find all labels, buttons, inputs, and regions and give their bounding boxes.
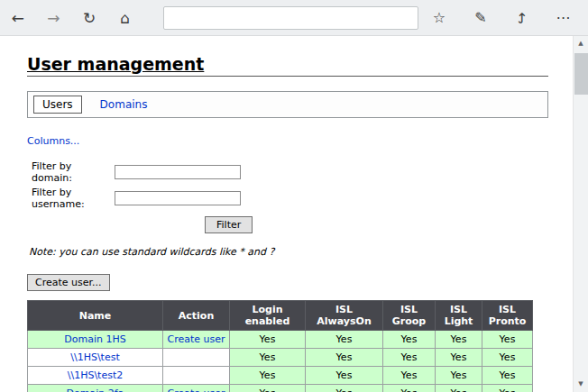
value-cell: Yes [482,349,533,367]
value-cell: Yes [436,331,482,349]
filter-button[interactable]: Filter [205,216,253,233]
action-cell [163,349,230,367]
table-row: Domain 2faCreate userYesYesYesYesYes [28,385,533,392]
create-user-link[interactable]: Create user [167,387,225,392]
table-row: \\1HS\test2YesYesYesYesYes [28,367,533,385]
user-link[interactable]: \\1HS\test2 [68,369,124,381]
filter-username-row: Filter by username: [27,187,548,210]
browser-toolbar: ← → ↻ ⌂ ☆ ✎ ↪ ⋯ [0,0,588,36]
value-cell: Yes [482,385,533,392]
column-header: ISL Groop [383,301,436,331]
action-cell: Create user [163,331,230,349]
name-cell: Domain 1HS [28,331,163,349]
wildcards-note: Note: you can use standard wildcards lik… [29,246,548,258]
domain-link[interactable]: Domain 2fa [67,387,124,392]
scroll-up-icon[interactable]: ▲ [574,36,588,51]
column-header: Login enabled [230,301,306,331]
filter-domain-label: Filter by domain: [32,160,115,184]
value-cell: Yes [306,331,383,349]
name-cell: \\1HS\test2 [28,367,163,385]
columns-link[interactable]: Columns... [27,135,79,147]
tab-bar: UsersDomains [27,91,548,118]
value-cell: Yes [230,331,306,349]
address-bar[interactable] [163,6,419,30]
action-cell: Create user [163,385,230,392]
header-row: NameActionLogin enabledISL AlwaysOnISL G… [28,301,533,331]
scroll-down-icon[interactable]: ▼ [574,377,588,392]
column-header: ISL Pronto [482,301,533,331]
user-link[interactable]: \\1HS\test [70,351,120,363]
refresh-icon[interactable]: ↻ [71,0,107,36]
value-cell: Yes [436,385,482,392]
domain-link[interactable]: Domain 1HS [64,333,125,345]
share-icon[interactable]: ↪ [501,0,543,36]
tab-users[interactable]: Users [33,96,82,114]
value-cell: Yes [230,349,306,367]
value-cell: Yes [306,385,383,392]
share-glyph: ↪ [504,12,540,23]
page-content: User management UsersDomains Columns... … [0,36,588,392]
filter-form: Filter by domain: Filter by username: Fi… [27,160,548,233]
tab-domains[interactable]: Domains [96,96,152,113]
value-cell: Yes [230,385,306,392]
value-cell: Yes [383,385,436,392]
column-header: Name [28,301,163,331]
name-cell: \\1HS\test [28,349,163,367]
more-menu-icon[interactable]: ⋯ [543,0,584,36]
value-cell: Yes [436,349,482,367]
filter-domain-row: Filter by domain: [27,160,548,184]
column-header: ISL Light [436,301,482,331]
create-user-link[interactable]: Create user [167,333,225,345]
home-icon[interactable]: ⌂ [107,0,143,36]
page-title: User management [27,54,548,74]
value-cell: Yes [230,367,306,385]
value-cell: Yes [482,367,533,385]
scrollbar-thumb[interactable] [574,53,588,95]
value-cell: Yes [383,367,436,385]
web-note-pen-icon[interactable]: ✎ [460,0,501,36]
table-row: \\1HS\testYesYesYesYesYes [28,349,533,367]
column-header: Action [163,301,230,331]
value-cell: Yes [436,367,482,385]
action-cell [163,367,230,385]
title-divider [27,76,548,77]
hub-favorites-icon[interactable]: ☆ [418,0,460,36]
value-cell: Yes [306,349,383,367]
user-table: NameActionLogin enabledISL AlwaysOnISL G… [27,300,533,392]
value-cell: Yes [482,331,533,349]
filter-username-label: Filter by username: [32,187,115,210]
filter-domain-input[interactable] [115,165,241,179]
vertical-scrollbar[interactable]: ▲ ▼ [573,36,588,392]
filter-button-row: Filter [205,214,548,233]
filter-username-input[interactable] [115,191,241,205]
create-user-button[interactable]: Create user... [27,274,110,291]
forward-icon[interactable]: → [36,0,72,36]
value-cell: Yes [383,349,436,367]
user-table-body: Domain 1HSCreate userYesYesYesYesYes\\1H… [28,331,533,392]
back-icon[interactable]: ← [0,0,36,36]
value-cell: Yes [383,331,436,349]
value-cell: Yes [306,367,383,385]
table-row: Domain 1HSCreate userYesYesYesYesYes [28,331,533,349]
name-cell: Domain 2fa [28,385,163,392]
column-header: ISL AlwaysOn [306,301,383,331]
page-body: ▲ ▼ User management UsersDomains Columns… [0,36,588,392]
